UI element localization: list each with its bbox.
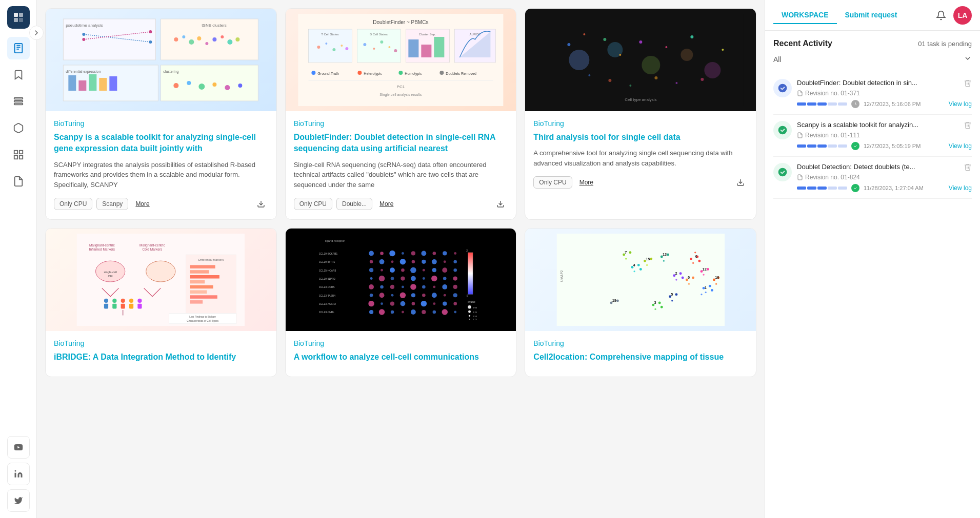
download-scanpy-button[interactable] <box>254 197 268 211</box>
svg-point-66 <box>380 40 383 44</box>
svg-text:differential expression: differential expression <box>66 70 101 74</box>
svg-point-99 <box>665 46 667 48</box>
svg-point-80 <box>398 71 403 75</box>
svg-text:CCL23-CNRL: CCL23-CNRL <box>319 312 334 314</box>
delete-activity-1[interactable] <box>964 79 972 89</box>
activity-footer-3: 11/28/2023, 1:27:04 AM View log <box>797 184 972 192</box>
svg-text:Inflamed Markers: Inflamed Markers <box>89 247 115 251</box>
svg-point-166 <box>412 260 415 264</box>
svg-point-33 <box>213 37 217 42</box>
panel-body: Recent Activity 01 task is pending All D… <box>765 31 980 518</box>
card-third-image: Cell type analysis <box>525 9 756 111</box>
card-workflow-title[interactable]: A workflow to analyze cell-cell communic… <box>294 351 508 363</box>
card-ibridge-title[interactable]: iBRIDGE: A Data Integration Method to Id… <box>54 351 268 363</box>
svg-point-103 <box>608 79 611 82</box>
svg-text:Malignant-centric: Malignant-centric <box>140 243 166 247</box>
card-scanpy-image: pseudotime analysis tSNE clusters <box>46 9 276 111</box>
download-doubletfinder-button[interactable] <box>493 197 508 211</box>
sidebar-item-bookmark[interactable] <box>7 64 30 86</box>
svg-point-96 <box>603 38 606 41</box>
card-ibridge-brand: BioTuring <box>54 339 268 347</box>
download-third-button[interactable] <box>733 175 748 190</box>
svg-point-207 <box>368 301 374 306</box>
svg-point-199 <box>379 293 385 298</box>
svg-rect-39 <box>69 75 76 91</box>
tag-only-cpu-doublet[interactable]: Only CPU <box>294 198 332 210</box>
svg-point-102 <box>588 74 590 76</box>
linkedin-icon[interactable] <box>7 463 30 485</box>
tag-only-cpu-scanpy[interactable]: Only CPU <box>54 198 92 210</box>
svg-text:CCL19-51PR2: CCL19-51PR2 <box>319 278 335 280</box>
youtube-icon[interactable] <box>7 436 30 459</box>
svg-point-204 <box>432 293 437 298</box>
svg-point-47 <box>187 81 191 85</box>
svg-point-57 <box>317 46 320 49</box>
activity-footer-1: 12/7/2023, 5:16:06 PM View log <box>797 100 972 108</box>
svg-point-210 <box>401 301 406 306</box>
view-log-3[interactable]: View log <box>949 184 972 192</box>
more-scanpy-button[interactable]: More <box>132 198 152 210</box>
card-scanpy-body: BioTuring Scanpy is a scalable toolkit f… <box>46 111 276 219</box>
card-cell2location-title[interactable]: Cell2location: Comprehensive mapping of … <box>533 351 748 363</box>
progress-seg-2 <box>807 102 816 106</box>
svg-point-46 <box>174 83 179 88</box>
tag-scanpy[interactable]: Scanpy <box>96 198 128 210</box>
tab-submit-request[interactable]: Submit request <box>837 7 906 24</box>
app-logo[interactable] <box>7 6 30 29</box>
filter-label[interactable]: All <box>773 55 782 64</box>
svg-point-187 <box>443 277 447 281</box>
svg-text:clustering: clustering <box>164 70 179 74</box>
svg-text:3: 3 <box>654 301 656 305</box>
svg-text:pseudotime analysis: pseudotime analysis <box>66 23 103 28</box>
user-avatar[interactable]: LA <box>953 6 972 25</box>
svg-point-241 <box>692 262 694 264</box>
svg-point-60 <box>341 45 343 47</box>
progress-seg-3 <box>817 102 827 106</box>
svg-point-50 <box>225 85 230 90</box>
svg-point-32 <box>206 42 209 45</box>
card-scanpy-title[interactable]: Scanpy is a scalable toolkit for analyzi… <box>54 132 268 155</box>
svg-point-30 <box>189 39 194 45</box>
panel-header: WORKSPACE Submit request LA <box>765 0 980 31</box>
card-third-title[interactable]: Third analysis tool for single cell data <box>533 132 748 143</box>
svg-rect-40 <box>79 80 87 91</box>
svg-point-243 <box>694 252 696 253</box>
sidebar-toggle[interactable] <box>29 26 44 40</box>
card-scanpy-brand: BioTuring <box>54 119 268 128</box>
svg-point-189 <box>369 284 374 289</box>
sidebar-item-cube[interactable] <box>7 117 30 139</box>
twitter-icon[interactable] <box>7 489 30 512</box>
svg-point-192 <box>402 286 404 288</box>
tab-workspace[interactable]: WORKSPACE <box>773 7 837 24</box>
svg-point-280 <box>650 258 652 260</box>
svg-point-93 <box>704 62 721 78</box>
svg-text:10: 10 <box>715 276 719 280</box>
tag-only-cpu-third[interactable]: Only CPU <box>533 176 572 189</box>
svg-text:0.25: 0.25 <box>473 311 477 314</box>
sidebar-item-list[interactable] <box>7 90 30 113</box>
sidebar-item-document[interactable] <box>7 170 30 193</box>
progress-seg-9 <box>828 144 837 148</box>
view-log-2[interactable]: View log <box>949 142 972 150</box>
notification-bell-icon[interactable] <box>933 7 949 24</box>
card-doubletfinder-title[interactable]: DoubletFinder: Doublet detection in sing… <box>294 132 508 155</box>
more-third-button[interactable]: More <box>576 177 596 188</box>
sidebar-item-notebook[interactable] <box>7 37 30 59</box>
chevron-down-icon[interactable] <box>964 54 972 65</box>
pending-badge: 01 task is pending <box>918 40 972 48</box>
svg-text:Malignant-centric: Malignant-centric <box>89 243 115 247</box>
tag-doublet[interactable]: Double... <box>336 198 372 210</box>
delete-activity-3[interactable] <box>964 163 972 173</box>
sidebar-item-grid[interactable] <box>7 143 30 166</box>
view-log-1[interactable]: View log <box>949 100 972 108</box>
svg-text:Differential Markers: Differential Markers <box>198 258 224 261</box>
svg-text:pvalue: pvalue <box>468 301 475 303</box>
card-workflow-image: ligand-receptor CCL19-BCKRB1 CCL19-55TR1… <box>286 229 516 331</box>
svg-point-25 <box>149 30 152 33</box>
svg-rect-122 <box>113 304 117 309</box>
svg-point-223 <box>442 309 448 315</box>
svg-rect-139 <box>190 300 203 304</box>
svg-point-154 <box>380 252 384 255</box>
delete-activity-2[interactable] <box>964 121 972 131</box>
more-doubletfinder-button[interactable]: More <box>376 198 396 210</box>
